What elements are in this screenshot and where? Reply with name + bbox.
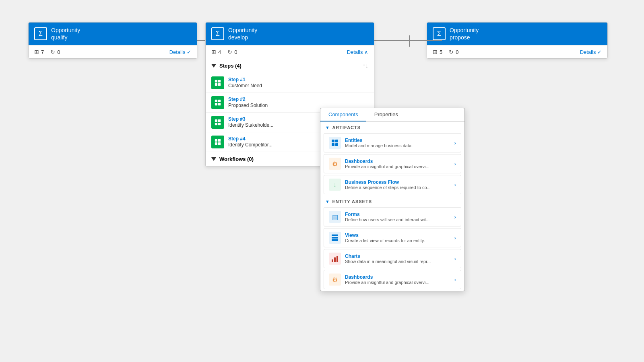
svg-rect-17 — [335, 140, 338, 142]
bpf-item[interactable]: ↓ Business Process Flow Define a sequenc… — [324, 175, 461, 194]
svg-rect-16 — [332, 140, 334, 142]
tab-components[interactable]: Components — [320, 108, 366, 121]
views-chevron: › — [454, 234, 456, 241]
tab-properties[interactable]: Properties — [366, 108, 406, 121]
develop-workflows-icon: ↻ — [227, 49, 232, 55]
svg-rect-8 — [215, 119, 217, 122]
svg-rect-21 — [332, 237, 338, 239]
svg-rect-3 — [218, 83, 221, 86]
develop-details-button[interactable]: Details ∧ — [347, 49, 368, 55]
forms-icon: ▤ — [329, 211, 341, 223]
svg-rect-7 — [218, 103, 221, 105]
qualify-records-stat: ⊞ 7 — [34, 49, 44, 55]
connector-develop-propose — [374, 40, 442, 41]
stage-propose: Σ Opportunity propose ⊞ 5 ↻ 0 Details ✓ — [427, 22, 608, 59]
dashboards-entity-text: Dashboards Provide an insightful and gra… — [345, 274, 450, 285]
svg-rect-2 — [215, 83, 217, 86]
svg-rect-6 — [215, 103, 217, 105]
step-3-icon — [211, 116, 224, 129]
artifacts-toggle-icon: ▼ — [325, 125, 330, 130]
artifacts-label: ARTIFACTS — [332, 125, 361, 130]
step-4-icon — [211, 136, 224, 148]
step-1-item: Step #1 Customer Need — [206, 73, 374, 93]
svg-rect-25 — [336, 256, 338, 262]
svg-rect-23 — [332, 259, 333, 262]
dashboards-entity-item[interactable]: ⚙ Dashboards Provide an insightful and g… — [324, 270, 461, 289]
charts-chevron: › — [454, 255, 456, 262]
develop-icon: Σ — [211, 27, 224, 40]
svg-rect-9 — [218, 119, 221, 122]
stage-develop-header: Σ Opportunity develop — [206, 23, 374, 45]
svg-rect-1 — [218, 80, 221, 82]
propose-workflows-icon: ↻ — [449, 49, 454, 55]
propose-footer: ⊞ 5 ↻ 0 Details ✓ — [427, 45, 607, 58]
propose-details-button[interactable]: Details ✓ — [580, 49, 602, 55]
qualify-icon: Σ — [34, 27, 47, 40]
forms-chevron: › — [454, 214, 456, 220]
entities-chevron: › — [454, 140, 456, 146]
steps-section-toggle[interactable]: Steps (4) ↑↓ — [206, 58, 374, 73]
svg-rect-14 — [215, 142, 217, 145]
svg-rect-5 — [218, 100, 221, 102]
svg-rect-11 — [218, 123, 221, 125]
stage-qualify: Σ Opportunity qualify ⊞ 7 ↻ 0 Details ✓ — [28, 22, 197, 59]
entity-assets-section-header[interactable]: ▼ ENTITY ASSETS — [320, 196, 464, 206]
stage-qualify-header: Σ Opportunity qualify — [29, 23, 197, 45]
dashboards-entity-chevron: › — [454, 276, 456, 283]
connector-develop-propose-v — [409, 35, 410, 47]
propose-title: Opportunity propose — [450, 27, 479, 41]
svg-rect-20 — [332, 234, 338, 236]
components-panel: Components Properties ▼ ARTIFACTS Entiti… — [320, 108, 465, 291]
svg-rect-22 — [332, 239, 338, 241]
propose-records-stat: ⊞ 5 — [433, 49, 442, 55]
artifacts-section-header[interactable]: ▼ ARTIFACTS — [320, 122, 464, 132]
develop-records-icon: ⊞ — [211, 49, 216, 55]
steps-triangle-icon — [211, 64, 216, 68]
workflows-icon: ↻ — [50, 49, 55, 55]
bpf-icon: ↓ — [329, 179, 341, 191]
step-4-text: Step #4 Identify Competitor... — [228, 136, 272, 148]
dashboards-artifact-text: Dashboards Provide an insightful and gra… — [345, 158, 450, 169]
qualify-title: Opportunity qualify — [51, 27, 80, 41]
svg-rect-12 — [215, 139, 217, 142]
sort-arrows: ↑↓ — [363, 62, 368, 69]
records-icon: ⊞ — [34, 49, 39, 55]
svg-rect-18 — [332, 143, 334, 146]
charts-item[interactable]: Charts Show data in a meaningful and vis… — [324, 249, 461, 268]
views-icon — [329, 232, 341, 244]
entity-assets-label: ENTITY ASSETS — [332, 199, 372, 204]
propose-icon: Σ — [433, 27, 446, 40]
qualify-details-button[interactable]: Details ✓ — [169, 49, 191, 55]
step-1-text: Step #1 Customer Need — [228, 77, 262, 89]
develop-footer: ⊞ 4 ↻ 0 Details ∧ — [206, 45, 374, 58]
propose-records-icon: ⊞ — [433, 49, 438, 55]
entities-item[interactable]: Entities Model and manage business data.… — [324, 133, 461, 152]
svg-rect-24 — [334, 257, 336, 262]
develop-workflows-stat: ↻ 0 — [227, 49, 237, 55]
dashboards-artifact-item[interactable]: ⚙ Dashboards Provide an insightful and g… — [324, 154, 461, 173]
develop-title: Opportunity develop — [228, 27, 257, 41]
forms-item[interactable]: ▤ Forms Define how users will see and in… — [324, 207, 461, 226]
charts-text: Charts Show data in a meaningful and vis… — [345, 253, 450, 264]
svg-rect-13 — [218, 139, 221, 142]
stage-propose-header: Σ Opportunity propose — [427, 23, 607, 45]
develop-records-stat: ⊞ 4 — [211, 49, 221, 55]
propose-workflows-stat: ↻ 0 — [449, 49, 458, 55]
dashboards-artifact-icon: ⚙ — [329, 158, 341, 170]
forms-text: Forms Define how users will see and inte… — [345, 212, 450, 222]
qualify-workflows-stat: ↻ 0 — [50, 49, 60, 55]
svg-rect-19 — [335, 143, 338, 146]
views-text: Views Create a list view of records for … — [345, 232, 450, 243]
charts-icon — [329, 253, 341, 265]
entity-assets-toggle-icon: ▼ — [325, 199, 330, 204]
dashboards-artifact-chevron: › — [454, 160, 456, 167]
workflows-triangle-icon — [211, 157, 216, 161]
step-1-icon — [211, 76, 224, 89]
bpf-text: Business Process Flow Define a sequence … — [345, 179, 450, 190]
dashboards-entity-icon: ⚙ — [329, 274, 341, 286]
entities-text: Entities Model and manage business data. — [345, 138, 450, 148]
views-item[interactable]: Views Create a list view of records for … — [324, 228, 461, 247]
step-2-text: Step #2 Proposed Solution — [228, 97, 268, 109]
step-2-icon — [211, 96, 224, 109]
step-3-text: Step #3 Identify Stakeholde... — [228, 116, 273, 129]
